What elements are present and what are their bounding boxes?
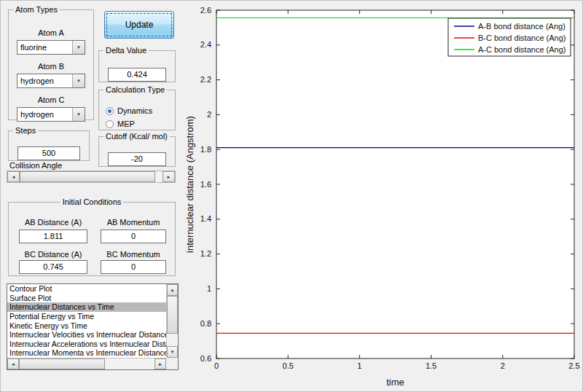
list-item[interactable]: Contour Plot: [7, 284, 166, 294]
radio-icon[interactable]: [106, 107, 114, 115]
dynamics-radio-label: Dynamics: [117, 106, 152, 115]
y-tick-label: 2.2: [200, 75, 211, 84]
list-item[interactable]: Internuclear Velocities vs Internuclear …: [7, 330, 166, 340]
ab-distance-field[interactable]: 1.811: [19, 230, 87, 243]
list-item[interactable]: Kinetic Energy vs Time: [7, 321, 166, 331]
y-tick-label: 0.6: [200, 354, 211, 363]
x-tick-label: 0.5: [283, 361, 294, 370]
delta-value-group: Delta Value 0.424: [98, 46, 176, 82]
initial-conditions-title: Initial Conditions: [60, 197, 124, 206]
cutoff-title: Cutoff (Kcal/ mol): [103, 132, 170, 141]
mep-radio-label: MEP: [117, 119, 135, 128]
listbox-horizontal-scrollbar[interactable]: ◄ ►: [7, 358, 166, 369]
dynamics-radio[interactable]: Dynamics: [106, 106, 152, 116]
steps-group: Steps 500: [8, 126, 90, 161]
collision-angle-slider[interactable]: ◄ ►: [7, 170, 176, 183]
atom-c-dropdown[interactable]: hydrogen ▼: [17, 107, 85, 122]
scroll-down-icon[interactable]: ▼: [167, 346, 178, 358]
scroll-up-icon[interactable]: ▲: [167, 284, 178, 296]
list-item[interactable]: Internuclear Accelerations vs Internucle…: [7, 340, 166, 349]
atom-a-label: Atom A: [9, 28, 93, 38]
x-tick-label: 2: [501, 361, 505, 370]
y-tick-label: 0.8: [200, 319, 211, 328]
bc-momentum-label: BC Momentum: [101, 250, 166, 259]
chevron-down-icon[interactable]: ▼: [72, 41, 85, 54]
steps-field[interactable]: 500: [17, 146, 80, 160]
delta-value-field[interactable]: 0.424: [108, 68, 166, 82]
slider-thumb[interactable]: [20, 171, 155, 182]
atom-b-value: hydrogen: [17, 74, 72, 87]
listbox-vertical-scrollbar[interactable]: ▲ ▼: [166, 284, 178, 358]
scroll-left-icon[interactable]: ◄: [7, 358, 19, 369]
initial-conditions-group: Initial Conditions AB Distance (A) AB Mo…: [8, 197, 176, 276]
plot-type-list-items: Contour PlotSurface PlotInternuclear Dis…: [7, 284, 166, 358]
ab-momentum-label: AB Momentum: [101, 218, 166, 227]
atom-a-value: fluorine: [17, 41, 72, 54]
atom-b-dropdown[interactable]: hydrogen ▼: [17, 74, 85, 88]
y-tick-label: 2.4: [200, 40, 211, 49]
y-tick-label: 1.6: [200, 180, 211, 189]
plot-area: [216, 10, 574, 358]
atom-c-label: Atom C: [9, 95, 93, 105]
legend-label: A-C bond distance (Ang): [478, 45, 566, 54]
cutoff-group: Cutoff (Kcal/ mol) -20: [98, 132, 176, 167]
list-item[interactable]: Potential Energy vs Time: [7, 312, 166, 321]
bc-distance-field[interactable]: 0.745: [19, 260, 87, 274]
radio-icon[interactable]: [106, 120, 114, 128]
list-item[interactable]: Internuclear Distances vs Time: [7, 302, 166, 312]
calculation-type-group: Calculation Type Dynamics MEP: [98, 85, 176, 130]
y-tick-label: 1: [207, 284, 211, 293]
atom-c-value: hydrogen: [17, 108, 72, 121]
app-window: Atom Types Atom A fluorine ▼ Atom B hydr…: [0, 0, 583, 392]
update-button[interactable]: Update: [104, 11, 174, 39]
horizontal-scrollbar-thumb[interactable]: [19, 358, 105, 369]
list-item[interactable]: Internuclear Momenta vs Internuclear Dis…: [7, 348, 166, 358]
atom-types-group: Atom Types Atom A fluorine ▼ Atom B hydr…: [8, 5, 94, 120]
scroll-left-icon[interactable]: ◄: [7, 171, 20, 182]
y-tick-label: 1.4: [200, 214, 211, 223]
y-tick-label: 1.2: [200, 249, 211, 258]
bc-momentum-field[interactable]: 0: [101, 260, 166, 274]
legend-label: A-B bond distance (Ang): [478, 22, 566, 31]
ab-momentum-field[interactable]: 0: [101, 230, 166, 243]
atom-types-title: Atom Types: [13, 5, 60, 14]
x-tick-label: 1: [357, 361, 361, 370]
scroll-right-icon[interactable]: ►: [163, 171, 175, 182]
atom-a-dropdown[interactable]: fluorine ▼: [17, 40, 85, 55]
internuclear-distance-chart: 00.511.522.50.60.811.21.41.61.822.22.42.…: [183, 1, 583, 392]
cutoff-field[interactable]: -20: [108, 152, 166, 166]
x-axis-label: time: [386, 377, 404, 388]
vertical-scrollbar-thumb[interactable]: [167, 296, 178, 334]
mep-radio[interactable]: MEP: [106, 119, 135, 129]
steps-title: Steps: [13, 126, 38, 135]
bc-distance-label: BC Distance (A): [19, 250, 87, 259]
scroll-right-icon[interactable]: ►: [154, 358, 166, 369]
chevron-down-icon[interactable]: ▼: [72, 74, 85, 87]
y-tick-label: 2.6: [200, 6, 211, 15]
collision-angle-label: Collision Angle: [9, 161, 62, 170]
x-tick-label: 1.5: [426, 361, 437, 370]
x-tick-label: 2.5: [568, 361, 579, 370]
delta-value-title: Delta Value: [103, 46, 149, 55]
list-item[interactable]: Surface Plot: [7, 294, 166, 303]
x-tick-label: 0: [214, 361, 219, 370]
legend-label: B-C bond distance (Ang): [478, 34, 566, 42]
ab-distance-label: AB Distance (A): [19, 218, 87, 227]
calculation-type-title: Calculation Type: [103, 85, 167, 94]
plot-type-listbox[interactable]: Contour PlotSurface PlotInternuclear Dis…: [7, 283, 179, 370]
y-tick-label: 2: [207, 110, 211, 119]
y-axis-label: internuclear distance (Angstrom): [184, 116, 195, 253]
scrollbar-corner: [166, 358, 178, 369]
chevron-down-icon[interactable]: ▼: [72, 108, 85, 121]
y-tick-label: 1.8: [200, 145, 211, 154]
atom-b-label: Atom B: [9, 62, 93, 71]
